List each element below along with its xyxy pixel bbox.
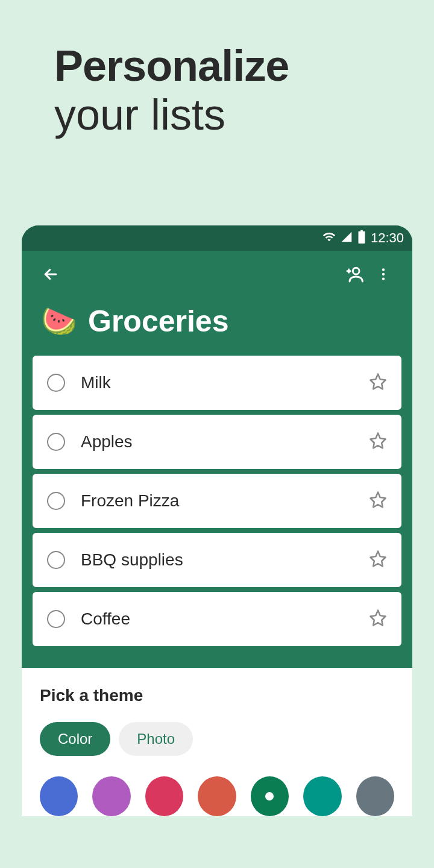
color-swatch-row [40, 776, 394, 816]
color-swatch[interactable] [356, 776, 394, 816]
svg-point-3 [382, 277, 385, 280]
wifi-icon [322, 230, 336, 246]
star-button[interactable] [369, 609, 387, 629]
app-bar [22, 251, 412, 298]
task-row[interactable]: Coffee [33, 592, 401, 646]
more-vertical-icon [376, 266, 391, 282]
task-label: Apples [81, 432, 353, 451]
svg-point-2 [382, 273, 385, 275]
task-label: Coffee [81, 609, 353, 629]
color-swatch[interactable] [40, 776, 78, 816]
task-list: Milk Apples Frozen Pizza BBQ supplies [22, 356, 412, 668]
color-swatch[interactable] [92, 776, 130, 816]
color-swatch[interactable] [198, 776, 236, 816]
checkbox-circle-icon[interactable] [47, 374, 65, 392]
theme-picker-title: Pick a theme [40, 686, 394, 705]
hero-heading: Personalize your lists [0, 0, 434, 140]
task-row[interactable]: Frozen Pizza [33, 474, 401, 528]
hero-line-2: your lists [54, 90, 434, 140]
star-icon [369, 373, 387, 391]
checkbox-circle-icon[interactable] [47, 433, 65, 451]
color-swatch[interactable] [303, 776, 341, 816]
task-row[interactable]: Apples [33, 415, 401, 469]
list-header: 🍉 Groceries [22, 298, 412, 356]
star-icon [369, 609, 387, 627]
theme-tabs: Color Photo [40, 722, 394, 756]
task-row[interactable]: BBQ supplies [33, 533, 401, 587]
star-button[interactable] [369, 373, 387, 393]
star-button[interactable] [369, 432, 387, 452]
star-button[interactable] [369, 550, 387, 570]
checkbox-circle-icon[interactable] [47, 551, 65, 569]
hero-line-1: Personalize [54, 42, 434, 90]
tab-color[interactable]: Color [40, 722, 110, 756]
color-swatch[interactable] [251, 776, 289, 816]
add-person-button[interactable] [340, 260, 369, 289]
svg-point-0 [353, 268, 359, 274]
person-add-icon [345, 265, 364, 284]
svg-point-1 [382, 268, 385, 271]
cellular-icon [341, 231, 353, 245]
star-icon [369, 432, 387, 450]
overflow-menu-button[interactable] [369, 260, 398, 289]
star-icon [369, 491, 387, 509]
list-title: Groceries [88, 304, 228, 339]
task-row[interactable]: Milk [33, 356, 401, 410]
arrow-left-icon [42, 265, 60, 283]
star-icon [369, 550, 387, 568]
list-emoji: 🍉 [41, 307, 77, 336]
color-swatch[interactable] [145, 776, 183, 816]
task-label: Frozen Pizza [81, 491, 353, 511]
tab-photo[interactable]: Photo [119, 722, 193, 756]
status-bar: 12:30 [22, 225, 412, 251]
task-label: BBQ supplies [81, 550, 353, 570]
checkbox-circle-icon[interactable] [47, 610, 65, 628]
theme-picker-sheet: Pick a theme Color Photo [22, 668, 412, 816]
clock-text: 12:30 [371, 230, 404, 246]
battery-icon [357, 230, 366, 246]
star-button[interactable] [369, 491, 387, 511]
task-label: Milk [81, 373, 353, 392]
phone-frame: 12:30 🍉 Groceries Milk Apples [22, 225, 412, 816]
checkbox-circle-icon[interactable] [47, 492, 65, 510]
back-button[interactable] [36, 260, 65, 289]
